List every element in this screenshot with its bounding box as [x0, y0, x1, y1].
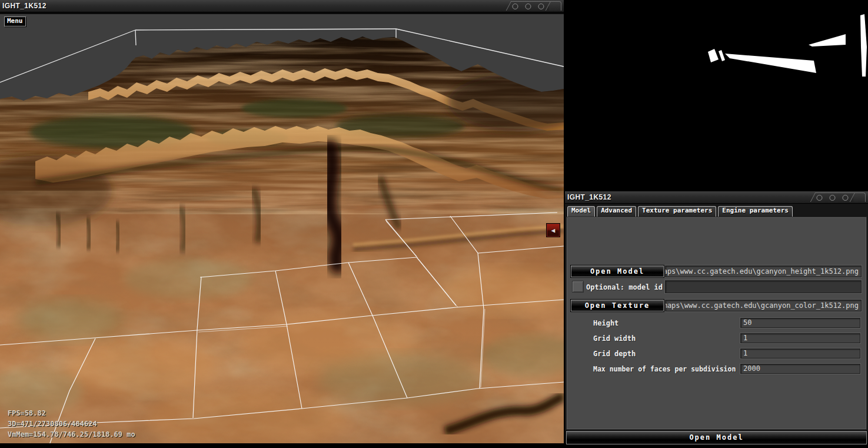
tab-engine-parameters[interactable]: Engine parameters	[718, 206, 793, 217]
max-faces-label: Max number of faces per subdivision	[593, 365, 736, 373]
parameters-window: IGHT_1K512 Model Advanced Texture parame…	[565, 191, 868, 443]
window-title: IGHT_1K512	[567, 193, 611, 201]
grid-depth-input[interactable]: 1	[740, 349, 860, 359]
grid-width-label: Grid width	[593, 334, 636, 343]
max-faces-input[interactable]: 2000	[740, 364, 860, 374]
window-control-button[interactable]	[513, 4, 518, 9]
window-control-button[interactable]	[830, 195, 836, 201]
3d-viewport[interactable]: Menu FPS=58.82 3D=471/2730806/484624 VmM…	[0, 14, 564, 443]
optional-model-id-checkbox[interactable]	[572, 281, 584, 293]
height-label: Height	[593, 319, 618, 327]
desktop: IGHT_1K512	[0, 0, 868, 448]
open-model-button[interactable]: Open Model	[571, 266, 664, 277]
model-path-input[interactable]: maps\www.cc.gatech.edu\gcanyon_height_1k…	[665, 266, 862, 277]
titlebar-tail	[549, 1, 561, 11]
open-model-bottom-button[interactable]: Open Model	[566, 431, 867, 444]
window-controls	[810, 193, 856, 202]
texture-path-input[interactable]: maps\www.cc.gatech.edu\gcanyon_color_1k5…	[665, 300, 862, 311]
render-window: IGHT_1K512	[0, 0, 564, 443]
window-control-button[interactable]	[526, 4, 531, 9]
window-control-button[interactable]	[843, 195, 849, 201]
window-control-button[interactable]	[538, 4, 544, 9]
grid-depth-label: Grid depth	[593, 350, 636, 358]
terrain-render	[0, 14, 564, 443]
window-controls	[506, 1, 551, 11]
window-control-button[interactable]	[817, 195, 823, 201]
window-title: IGHT_1K512	[2, 2, 46, 10]
tab-texture-parameters[interactable]: Texture parameters	[638, 206, 716, 217]
render-window-titlebar[interactable]: IGHT_1K512	[0, 0, 564, 12]
left-arrow-icon: ◀	[551, 227, 556, 234]
fps-stat: FPS=58.82	[8, 409, 46, 417]
tab-model[interactable]: Model	[567, 206, 595, 217]
model-id-input[interactable]	[665, 280, 862, 293]
height-input[interactable]: 50	[740, 318, 860, 328]
tab-bar: Model Advanced Texture parameters Engine…	[567, 206, 794, 217]
open-texture-button[interactable]: Open Texture	[571, 300, 664, 311]
parameters-window-titlebar[interactable]: IGHT_1K512	[565, 191, 868, 204]
3d-stat: 3D=471/2730806/484624	[8, 420, 97, 428]
desktop-black-region	[564, 0, 868, 191]
optional-model-id-label: Optional: model id	[586, 283, 663, 291]
tab-advanced[interactable]: Advanced	[597, 206, 636, 217]
vmmem-stat: VmMem=154.78/746.25/1818.69 mo	[8, 430, 135, 439]
collapse-panel-button[interactable]: ◀	[546, 223, 560, 237]
background-render-streaks	[564, 0, 868, 191]
menu-button[interactable]: Menu	[4, 16, 26, 26]
grid-width-input[interactable]: 1	[740, 333, 860, 343]
titlebar-tail	[853, 193, 866, 202]
